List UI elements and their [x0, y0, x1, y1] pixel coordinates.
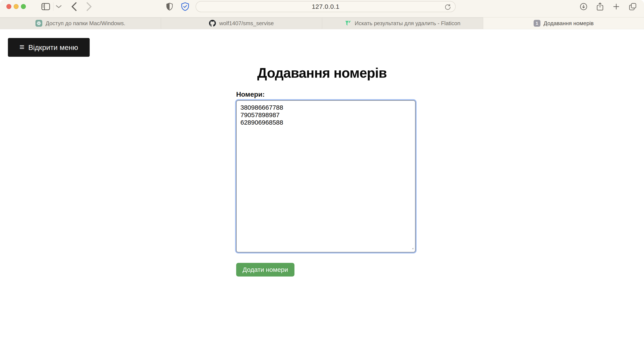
tab-github[interactable]: wolf1407/sms_servise [161, 18, 322, 29]
tab-label: Додавання номерів [544, 20, 594, 27]
hamburger-icon: ≡ [20, 43, 24, 51]
numbers-textarea[interactable]: 380986667788 79057898987 628906968588 [236, 100, 416, 252]
share-icon[interactable] [596, 2, 604, 11]
tab-overview-icon[interactable] [629, 2, 637, 11]
tab-strip: Доступ до папки Mac/Windows. wolf1407/sm… [0, 18, 644, 29]
forward-button-icon[interactable] [86, 2, 92, 11]
page-content: ≡ Відкрити меню Додавання номерів Номери… [0, 38, 644, 364]
numbers-form: Номери: 380986667788 79057898987 6289069… [235, 90, 417, 276]
textarea-wrapper: 380986667788 79057898987 628906968588 [235, 100, 417, 252]
zoom-window-button[interactable] [21, 4, 26, 9]
tab-chatgpt[interactable]: Доступ до папки Mac/Windows. [0, 18, 161, 29]
downloads-icon[interactable] [579, 2, 588, 11]
minimize-window-button[interactable] [14, 4, 19, 9]
back-button-icon[interactable] [71, 2, 77, 11]
chatgpt-icon [36, 20, 42, 27]
reload-icon[interactable] [444, 4, 451, 11]
browser-toolbar: 127.0.0.1 [0, 0, 644, 18]
browser-window: 127.0.0.1 [0, 0, 644, 364]
github-icon [209, 20, 216, 27]
tab-label: Искать результаты для удалить - Flaticon [355, 20, 460, 27]
tab-dodavannya-nomeriv-active[interactable]: 1 Додавання номерів [483, 18, 644, 29]
new-tab-icon[interactable] [612, 3, 620, 10]
traffic-lights [7, 4, 26, 9]
close-window-button[interactable] [7, 4, 11, 9]
privacy-shield-icon[interactable] [166, 2, 173, 11]
page-title: Додавання номерів [0, 65, 644, 81]
address-bar[interactable]: 127.0.0.1 [196, 1, 456, 12]
sidebar-toggle-icon[interactable] [41, 3, 50, 10]
numbered-badge-icon: 1 [534, 20, 540, 27]
adguard-shield-check-icon[interactable] [181, 2, 189, 11]
add-numbers-button[interactable]: Додати номери [236, 263, 294, 276]
toolbar-right-icons [579, 2, 637, 11]
address-bar-url: 127.0.0.1 [312, 3, 340, 10]
chevron-down-icon[interactable] [56, 5, 62, 8]
tab-flaticon[interactable]: Искать результаты для удалить - Flaticon [322, 18, 483, 29]
open-menu-label: Відкрити меню [28, 43, 78, 52]
open-menu-button[interactable]: ≡ Відкрити меню [8, 38, 90, 57]
flaticon-icon [345, 20, 352, 27]
tab-label: Доступ до папки Mac/Windows. [46, 20, 125, 27]
resize-handle-icon[interactable] [410, 246, 414, 250]
numbers-label: Номери: [236, 90, 417, 98]
tab-label: wolf1407/sms_servise [219, 20, 274, 27]
